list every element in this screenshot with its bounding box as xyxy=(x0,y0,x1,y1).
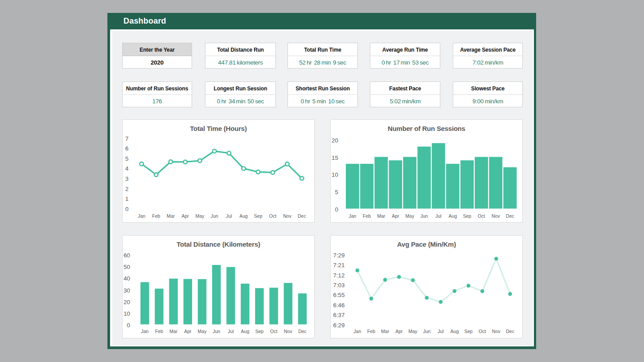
svg-text:Apr: Apr xyxy=(184,329,192,334)
svg-text:Dec: Dec xyxy=(298,213,306,219)
svg-text:Mar: Mar xyxy=(169,329,178,334)
svg-text:Nov: Nov xyxy=(284,329,292,334)
svg-text:5: 5 xyxy=(335,189,338,195)
svg-text:Sep: Sep xyxy=(463,213,472,219)
svg-text:Jan: Jan xyxy=(353,329,361,334)
svg-text:Oct: Oct xyxy=(269,213,276,219)
svg-text:0: 0 xyxy=(125,206,128,212)
svg-text:7: 7 xyxy=(125,135,128,142)
svg-text:May: May xyxy=(408,329,418,334)
svg-text:May: May xyxy=(198,329,207,334)
svg-text:Apr: Apr xyxy=(395,329,403,334)
svg-text:Apr: Apr xyxy=(182,213,189,219)
svg-text:Dec: Dec xyxy=(298,329,307,334)
svg-text:30: 30 xyxy=(123,287,130,294)
svg-text:4: 4 xyxy=(125,165,128,172)
svg-text:Dec: Dec xyxy=(506,329,514,334)
svg-text:6:29: 6:29 xyxy=(333,322,345,329)
svg-text:7:12: 7:12 xyxy=(333,272,345,279)
svg-text:Nov: Nov xyxy=(283,213,291,219)
svg-text:7:21: 7:21 xyxy=(333,262,345,268)
svg-text:Aug: Aug xyxy=(449,213,457,219)
svg-text:60: 60 xyxy=(123,252,130,259)
svg-text:Jul: Jul xyxy=(435,213,441,219)
svg-text:0: 0 xyxy=(335,206,338,213)
svg-text:Nov: Nov xyxy=(492,329,500,334)
svg-text:May: May xyxy=(195,213,205,219)
svg-text:10: 10 xyxy=(332,171,338,178)
svg-text:10: 10 xyxy=(123,310,130,317)
svg-text:Sep: Sep xyxy=(464,329,473,334)
svg-text:Oct: Oct xyxy=(478,213,485,219)
svg-text:2: 2 xyxy=(125,186,128,192)
svg-text:0: 0 xyxy=(127,322,130,329)
svg-text:Jul: Jul xyxy=(438,329,443,334)
svg-text:Nov: Nov xyxy=(492,213,500,219)
svg-text:Jul: Jul xyxy=(228,329,234,334)
svg-text:Aug: Aug xyxy=(239,213,248,219)
svg-text:6:46: 6:46 xyxy=(333,302,345,309)
svg-text:Jun: Jun xyxy=(423,329,431,334)
svg-text:15: 15 xyxy=(332,155,338,161)
svg-text:6:37: 6:37 xyxy=(333,312,345,318)
svg-text:Sep: Sep xyxy=(255,329,264,334)
svg-text:Aug: Aug xyxy=(241,329,250,334)
svg-text:40: 40 xyxy=(123,275,130,282)
svg-text:Sep: Sep xyxy=(254,213,263,219)
svg-text:5: 5 xyxy=(125,155,128,162)
svg-text:Jan: Jan xyxy=(141,329,148,334)
svg-text:Mar: Mar xyxy=(377,213,386,219)
svg-text:May: May xyxy=(406,213,415,219)
svg-text:Mar: Mar xyxy=(381,329,390,334)
svg-text:3: 3 xyxy=(125,175,128,182)
svg-text:Dec: Dec xyxy=(506,213,514,219)
svg-text:Oct: Oct xyxy=(270,329,277,334)
svg-text:6: 6 xyxy=(125,145,128,152)
svg-text:7:29: 7:29 xyxy=(333,252,345,259)
svg-text:Apr: Apr xyxy=(392,213,399,219)
svg-text:Aug: Aug xyxy=(451,329,459,334)
svg-text:Jan: Jan xyxy=(349,213,357,219)
svg-text:20: 20 xyxy=(123,299,130,305)
svg-text:50: 50 xyxy=(123,264,130,270)
svg-text:Feb: Feb xyxy=(152,213,160,219)
svg-text:Oct: Oct xyxy=(479,329,486,334)
svg-text:Jun: Jun xyxy=(213,329,220,334)
svg-text:Jun: Jun xyxy=(420,213,428,219)
svg-text:Mar: Mar xyxy=(167,213,175,219)
svg-text:7:03: 7:03 xyxy=(333,282,345,289)
svg-text:20: 20 xyxy=(332,137,338,144)
svg-text:Feb: Feb xyxy=(363,213,371,219)
svg-text:Feb: Feb xyxy=(367,329,375,334)
svg-text:Jun: Jun xyxy=(211,213,218,219)
svg-text:1: 1 xyxy=(125,195,128,202)
svg-text:Feb: Feb xyxy=(155,329,163,334)
svg-text:Jul: Jul xyxy=(226,213,232,219)
svg-text:Jan: Jan xyxy=(138,213,145,219)
svg-text:6:55: 6:55 xyxy=(333,292,345,298)
